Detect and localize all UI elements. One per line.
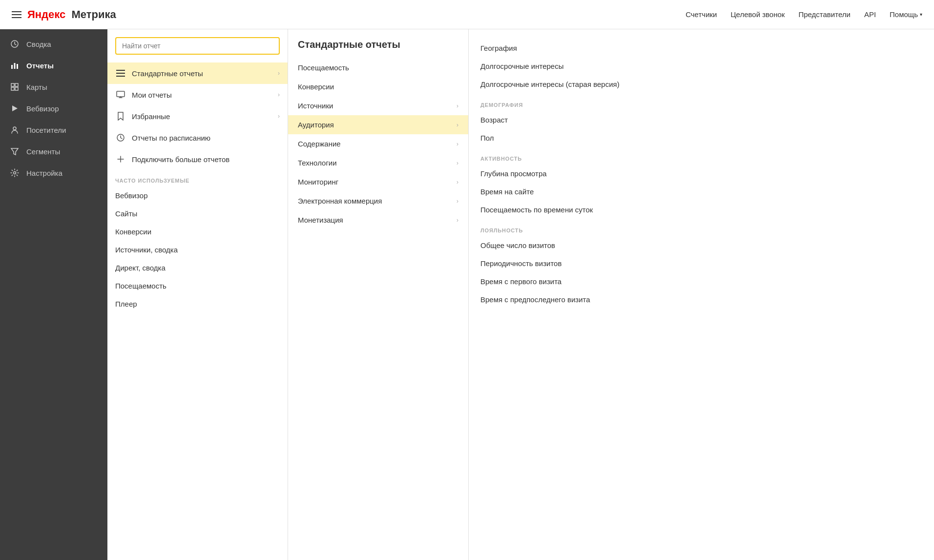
standard-reports-panel: Стандартные отчеты Посещаемость Конверси… [288,29,469,560]
report-item-tech[interactable]: Технологии › [288,153,468,172]
top-nav-links: Счетчики Целевой звонок Представители AP… [685,10,922,19]
sub-item-age[interactable]: Возраст [480,111,922,129]
main-layout: Сводка Отчеты Карты Вебвизор Посетители [0,29,934,560]
sidebar-label-settings: Настройка [26,169,62,177]
sidebar-item-svodka[interactable]: Сводка [0,33,107,55]
svg-rect-15 [117,91,125,97]
sub-item-long-interests-old[interactable]: Долгосрочные интересы (старая версия) [480,75,922,93]
logo-yandex: Яндекс [27,8,65,21]
hamburger-menu[interactable] [12,11,21,18]
freq-section-label: ЧАСТО ИСПОЛЬЗУЕМЫЕ [107,170,288,187]
sidebar-label-svodka: Сводка [26,40,51,48]
report-item-conversions[interactable]: Конверсии [288,77,468,96]
svg-point-9 [13,127,16,130]
menu-item-connect[interactable]: Подключить больше отчетов [107,148,288,170]
svg-rect-5 [15,83,18,86]
arrow-icon-standard: › [278,70,280,77]
nav-target-call[interactable]: Целевой звонок [730,10,785,19]
svg-rect-1 [11,65,13,69]
report-label-monitoring: Мониторинг [298,178,457,186]
sub-item-view-depth[interactable]: Глубина просмотра [480,165,922,183]
menu-item-favorites[interactable]: Избранные › [107,105,288,127]
reports-panel: Стандартные отчеты › Мои отчеты › Избран… [107,29,288,560]
sidebar-item-segments[interactable]: Сегменты [0,141,107,162]
sidebar-item-reports[interactable]: Отчеты [0,55,107,76]
sidebar-label-reports: Отчеты [26,62,54,70]
svg-rect-6 [11,87,14,90]
freq-item-webvisor[interactable]: Вебвизор [107,187,288,205]
svg-rect-12 [116,70,125,71]
nav-help[interactable]: Помощь ▾ [890,10,922,19]
freq-item-attendance[interactable]: Посещаемость [107,277,288,295]
monitor-icon [115,89,126,100]
svg-rect-14 [116,76,125,77]
report-item-sources[interactable]: Источники › [288,96,468,115]
report-label-sources: Источники [298,102,457,110]
bar-chart-icon [10,61,20,70]
sub-item-time-of-day[interactable]: Посещаемость по времени суток [480,201,922,219]
sub-items-panel: География Долгосрочные интересы Долгосро… [469,29,934,560]
report-item-attendance[interactable]: Посещаемость [288,58,468,77]
arrow-icon-ecommerce: › [457,198,458,205]
bookmark-icon [115,111,126,122]
arrow-icon-favorites: › [278,113,280,120]
svg-rect-3 [17,64,18,69]
sidebar-item-visitors[interactable]: Посетители [0,119,107,141]
sidebar-label-visitors: Посетители [26,126,66,134]
report-item-monitoring[interactable]: Мониторинг › [288,172,468,191]
search-input[interactable] [115,37,280,55]
dashboard-icon [10,39,20,49]
play-icon [10,104,20,113]
sidebar-item-webvisor[interactable]: Вебвизор [0,98,107,119]
sub-item-time-since-prev[interactable]: Время с предпоследнего визита [480,290,922,309]
report-label-monetization: Монетизация [298,216,457,224]
freq-item-sites[interactable]: Сайты [107,205,288,223]
panel2-title: Стандартные отчеты [288,39,468,58]
sub-item-time-since-first[interactable]: Время с первого визита [480,272,922,290]
freq-item-conversions[interactable]: Конверсии [107,223,288,241]
nav-api[interactable]: API [864,10,876,19]
gear-icon [10,168,20,178]
filter-icon [10,146,20,156]
sub-item-long-interests[interactable]: Долгосрочные интересы [480,57,922,75]
report-label-audience: Аудитория [298,121,457,129]
menu-label-my: Мои отчеты [132,91,278,99]
freq-item-player[interactable]: Плеер [107,295,288,313]
sidebar-item-settings[interactable]: Настройка [0,162,107,184]
logo-area: Яндекс Метрика [12,8,116,21]
menu-item-standard[interactable]: Стандартные отчеты › [107,62,288,84]
report-item-monetization[interactable]: Монетизация › [288,210,468,229]
svg-marker-8 [12,105,18,111]
sub-item-total-visits[interactable]: Общее число визитов [480,236,922,254]
report-label-conversions: Конверсии [298,83,458,91]
svg-marker-10 [11,148,18,155]
sub-item-gender[interactable]: Пол [480,129,922,147]
menu-label-scheduled: Отчеты по расписанию [132,134,280,142]
sidebar-label-webvisor: Вебвизор [26,104,59,113]
arrow-icon-audience: › [457,122,458,128]
menu-item-scheduled[interactable]: Отчеты по расписанию [107,127,288,148]
search-wrap [107,37,288,62]
arrow-icon-sources: › [457,103,458,109]
sub-item-geography[interactable]: География [480,39,922,57]
freq-item-direct[interactable]: Директ, сводка [107,259,288,277]
sidebar: Сводка Отчеты Карты Вебвизор Посетители [0,29,107,560]
report-item-ecommerce[interactable]: Электронная коммерция › [288,191,468,210]
report-label-tech: Технологии [298,159,457,167]
nav-representatives[interactable]: Представители [798,10,850,19]
sidebar-label-segments: Сегменты [26,147,60,156]
report-item-audience[interactable]: Аудитория › [288,115,468,134]
menu-item-my[interactable]: Мои отчеты › [107,84,288,105]
section-label-loyalty: ЛОЯЛЬНОСТЬ [480,219,922,236]
report-label-attendance: Посещаемость [298,63,458,72]
freq-item-sources[interactable]: Источники, сводка [107,241,288,259]
section-label-activity: АКТИВНОСТЬ [480,147,922,165]
report-item-content[interactable]: Содержание › [288,134,468,153]
sub-item-visit-frequency[interactable]: Периодичность визитов [480,254,922,272]
menu-label-connect: Подключить больше отчетов [132,155,280,164]
sidebar-item-maps[interactable]: Карты [0,76,107,98]
sub-item-time-on-site[interactable]: Время на сайте [480,183,922,201]
arrow-icon-monitoring: › [457,179,458,186]
arrow-icon-tech: › [457,160,458,166]
nav-counters[interactable]: Счетчики [685,10,717,19]
